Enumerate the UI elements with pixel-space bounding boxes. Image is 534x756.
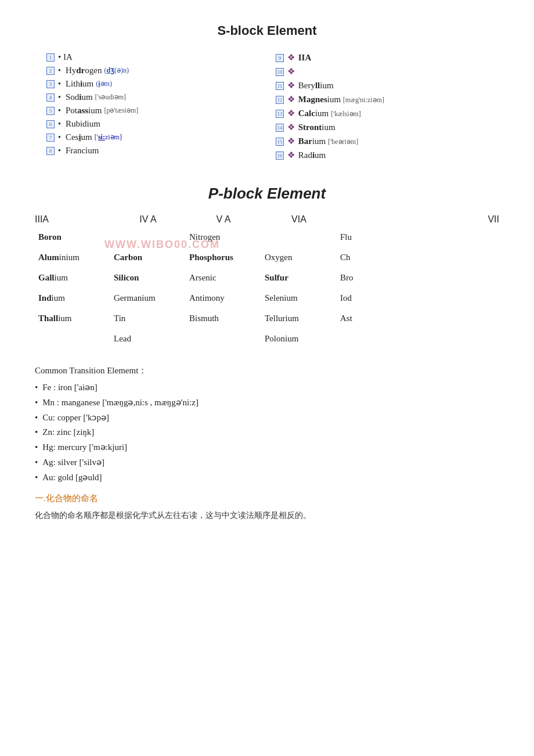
item-num: 6 <box>46 120 55 128</box>
item-num: 11 <box>276 82 284 90</box>
list-item: 5 • Potassium [pə'tæsiəm] <box>46 106 270 116</box>
iia-group: 9 ❖ IIA 10 ❖ 11 ❖ Beryllium 12 ❖ <box>270 52 499 164</box>
p-cell <box>186 329 261 349</box>
phonetic: [mæg'ni:ziəm] <box>343 96 384 104</box>
bullet: • <box>35 427 38 437</box>
item-num: 12 <box>276 96 284 104</box>
p-cell <box>261 227 337 247</box>
p-cell: Ch <box>337 247 383 268</box>
elem-name: Barium <box>298 136 326 146</box>
elem-name: Radium <box>298 150 326 160</box>
item-num: 3 <box>46 80 55 88</box>
list-item: 1 • IA <box>46 52 270 62</box>
item-num: 5 <box>46 107 55 115</box>
elem-name: Calcium <box>298 109 329 118</box>
list-item: 14 ❖ Strontium <box>276 122 499 132</box>
diamond-icon: ❖ <box>287 95 295 104</box>
item-content: • Sodium ['səudiəm] <box>58 92 126 102</box>
item-content: • IA <box>58 52 73 62</box>
p-cell: Aluminium <box>35 247 110 268</box>
list-item: • Zn: zinc [ziŋk] <box>35 427 499 437</box>
p-cell <box>110 227 186 247</box>
element-symbol: Mn : manganese ['mæŋgə,ni:s , mæŋgə'ni:z… <box>42 397 199 408</box>
p-cell: Sulfur <box>261 268 337 288</box>
p-header-va: V A <box>186 214 261 225</box>
p-cell: Oxygen <box>261 247 337 268</box>
element-symbol: Cu: copper ['kɔpə] <box>42 412 109 423</box>
elem-name: Francium <box>66 146 99 156</box>
list-item: 13 ❖ Calcium ['kælsiəm] <box>276 108 499 118</box>
ia-group: 1 • IA 2 • Hydrogen (dʒ(ə)n) 3 • Lithium… <box>35 52 270 164</box>
diamond-icon: ❖ <box>287 136 295 146</box>
item-content: • Hydrogen (dʒ(ə)n) <box>58 66 129 75</box>
phonetic: [pə'tæsiəm] <box>104 106 138 115</box>
p-cell: Polonium <box>261 329 337 349</box>
item-content: ❖ Radium <box>287 150 326 160</box>
item-num: 14 <box>276 124 284 132</box>
diamond-icon: ❖ <box>287 81 295 90</box>
p-header-iva: IV A <box>110 214 186 225</box>
list-item: 3 • Lithium (iəm) <box>46 79 270 89</box>
list-item: 12 ❖ Magnesium [mæg'ni:ziəm] <box>276 94 499 105</box>
p-cell: Germanium <box>110 288 186 308</box>
phonetic: (iəm) <box>96 80 112 88</box>
p-block-headers: IIIA IV A V A VIA VII <box>35 214 499 225</box>
p-cell: Indium <box>35 288 110 308</box>
p-header-iiia: IIIA <box>35 214 110 225</box>
bullet: • <box>58 80 61 89</box>
item-content: • Potassium [pə'tæsiəm] <box>58 106 138 116</box>
diamond-icon: ❖ <box>287 150 295 160</box>
p-cell: Nitrogen <box>186 227 261 247</box>
list-item: 7 • Cesium ['si:ziəm] <box>46 132 270 142</box>
p-header-via: VIA <box>261 214 337 225</box>
bullet: • <box>58 133 61 142</box>
bullet: • <box>35 442 38 452</box>
item-num: 4 <box>46 93 55 102</box>
elem-name: Cesium <box>66 132 92 142</box>
p-cell: Flu <box>337 227 383 247</box>
bullet: • <box>58 66 61 75</box>
p-block-table: Boron Nitrogen Flu Aluminium Carbon Phos… <box>35 227 499 349</box>
elem-name: • IA <box>58 52 73 62</box>
phonetic: (dʒ(ə)n) <box>104 66 129 75</box>
chinese-text: 化合物的命名顺序都是根据化学式从左往右读，这与中文读法顺序是相反的。 <box>35 509 499 523</box>
item-content: ❖ Magnesium [mæg'ni:ziəm] <box>287 94 384 105</box>
p-cell: Antimony <box>186 288 261 308</box>
p-cell: Boron <box>35 227 110 247</box>
item-content: ❖ Calcium ['kælsiəm] <box>287 108 361 118</box>
bullet: • <box>58 120 61 129</box>
list-item: 2 • Hydrogen (dʒ(ə)n) <box>46 66 270 75</box>
transition-title: Common Transition Elememt： <box>35 365 499 376</box>
list-item: • Ag: silver ['silvə] <box>35 457 499 467</box>
list-item: • Fe : iron ['aiən] <box>35 382 499 393</box>
elem-name: Potassium <box>66 106 102 116</box>
item-num: 2 <box>46 67 55 75</box>
p-cell: Phosphorus <box>186 247 261 268</box>
elem-name: Magnesium <box>298 95 341 104</box>
elem-name: Lithium <box>66 79 93 89</box>
list-item: 6 • Rubidium <box>46 119 270 129</box>
p-cell: Bro <box>337 268 383 288</box>
p-block-title: P-block Element <box>35 185 499 203</box>
item-num: 1 <box>46 53 55 62</box>
elem-name: Beryllium <box>298 81 334 90</box>
chinese-title: 一.化合物的命名 <box>35 493 499 504</box>
s-block-section: 1 • IA 2 • Hydrogen (dʒ(ə)n) 3 • Lithium… <box>35 52 499 164</box>
item-content: ❖ Strontium <box>287 122 335 132</box>
item-content: • Rubidium <box>58 119 100 129</box>
list-item: 10 ❖ <box>276 66 499 77</box>
list-item: • Au: gold [gəuld] <box>35 472 499 483</box>
elem-name: Sodium <box>66 92 93 102</box>
item-num: 15 <box>276 138 284 146</box>
p-cell: Lead <box>110 329 186 349</box>
phonetic: ['kælsiəm] <box>331 110 361 118</box>
element-symbol: Au: gold [gəuld] <box>42 472 102 483</box>
transition-section: Common Transition Elememt： • Fe : iron [… <box>35 365 499 483</box>
phonetic: ['səudiəm] <box>95 93 127 102</box>
item-content: ❖ <box>287 66 296 77</box>
chinese-section: 一.化合物的命名 化合物的命名顺序都是根据化学式从左往右读，这与中文读法顺序是相… <box>35 493 499 523</box>
item-content: ❖ Barium ['beəriəm] <box>287 136 358 146</box>
p-cell <box>35 329 110 349</box>
bullet: • <box>35 473 38 483</box>
p-cell: Thallium <box>35 308 110 329</box>
